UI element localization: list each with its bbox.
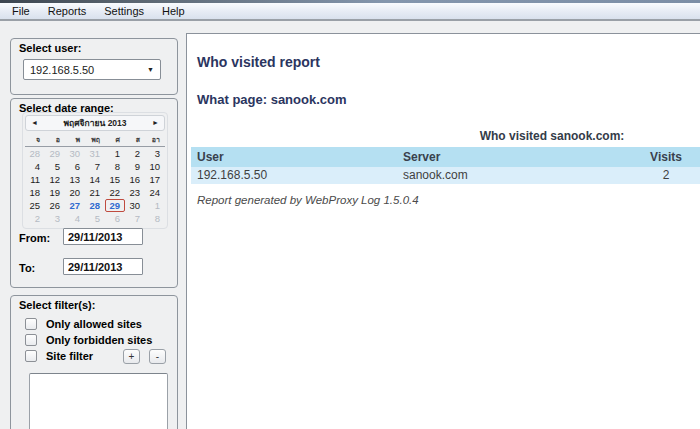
calendar-grid: 2829303112345678910111213141516171819202… xyxy=(25,147,165,225)
calendar-day-selected[interactable]: 29 xyxy=(105,199,125,212)
menu-item-file[interactable]: File xyxy=(3,4,39,18)
report-panel: Who visited report What page: sanook.com… xyxy=(186,33,700,429)
to-label: To: xyxy=(19,262,35,274)
select-user-group: Select user: 192.168.5.50 ▼ xyxy=(10,38,178,95)
calendar-dow-label: พ xyxy=(65,134,85,145)
select-filters-label: Select filter(s): xyxy=(19,299,95,311)
calendar-day[interactable]: 2 xyxy=(25,212,45,225)
calendar-day[interactable]: 7 xyxy=(85,160,105,173)
calendar-day[interactable]: 28 xyxy=(85,199,105,212)
calendar-day[interactable]: 20 xyxy=(65,186,85,199)
calendar-day[interactable]: 8 xyxy=(145,212,165,225)
prev-month-icon[interactable]: ◄ xyxy=(31,116,38,130)
report-table-header-row: UserServerVisits xyxy=(191,147,700,167)
calendar-day[interactable]: 28 xyxy=(25,147,45,160)
calendar-dow-label: อ xyxy=(45,134,65,145)
menu-item-help[interactable]: Help xyxy=(153,4,194,18)
calendar-day[interactable]: 13 xyxy=(65,173,85,186)
calendar-day[interactable]: 1 xyxy=(105,147,125,160)
checkbox-label: Only forbidden sites xyxy=(46,334,152,346)
calendar-day[interactable]: 26 xyxy=(45,199,65,212)
calendar-day[interactable]: 11 xyxy=(25,173,45,186)
filter-row: Site filter xyxy=(25,349,93,362)
select-date-range-group: Select date range: ◄ พฤศจิกายน 2013 ► จอ… xyxy=(10,98,178,288)
checkbox-label: Site filter xyxy=(46,350,93,362)
filter-row: Only forbidden sites xyxy=(25,333,152,346)
calendar-day[interactable]: 18 xyxy=(25,186,45,199)
calendar-day[interactable]: 9 xyxy=(125,160,145,173)
report-table-caption: Who visited sanook.com: xyxy=(197,129,700,143)
calendar-day[interactable]: 12 xyxy=(45,173,65,186)
calendar: ◄ พฤศจิกายน 2013 ► จอพพฤศสอา 28293031123… xyxy=(22,112,168,229)
report-col-header: Visits xyxy=(646,147,686,167)
report-col-header: User xyxy=(197,147,224,167)
calendar-day[interactable]: 29 xyxy=(45,147,65,160)
calendar-day[interactable]: 24 xyxy=(145,186,165,199)
calendar-day[interactable]: 2 xyxy=(125,147,145,160)
calendar-dow-label: อา xyxy=(145,134,165,145)
menu-bar: FileReportsSettingsHelp xyxy=(0,3,700,21)
menu-item-settings[interactable]: Settings xyxy=(95,4,153,18)
next-month-icon[interactable]: ► xyxy=(152,116,159,130)
report-cell: sanook.com xyxy=(403,167,468,184)
calendar-day[interactable]: 10 xyxy=(145,160,165,173)
calendar-day[interactable]: 5 xyxy=(85,212,105,225)
checkbox-label: Only allowed sites xyxy=(46,318,142,330)
calendar-day[interactable]: 3 xyxy=(45,212,65,225)
report-title: Who visited report xyxy=(197,54,320,70)
calendar-day[interactable]: 21 xyxy=(85,186,105,199)
calendar-day[interactable]: 1 xyxy=(145,199,165,212)
report-col-header: Server xyxy=(403,147,440,167)
site-filter-remove-button[interactable]: - xyxy=(149,349,166,364)
select-filters-group: Select filter(s): Only allowed sitesOnly… xyxy=(10,295,178,429)
from-date-input[interactable] xyxy=(63,228,143,245)
calendar-dow-label: ศ xyxy=(105,134,125,145)
calendar-day[interactable]: 5 xyxy=(45,160,65,173)
calendar-day[interactable]: 4 xyxy=(65,212,85,225)
calendar-header: ◄ พฤศจิกายน 2013 ► xyxy=(25,115,165,131)
calendar-day[interactable]: 6 xyxy=(105,212,125,225)
filter-row: Only allowed sites xyxy=(25,317,142,330)
calendar-day[interactable]: 16 xyxy=(125,173,145,186)
checkbox-only-allowed-sites[interactable] xyxy=(25,318,37,330)
checkbox-site-filter[interactable] xyxy=(25,350,37,362)
calendar-day[interactable]: 17 xyxy=(145,173,165,186)
user-select[interactable]: 192.168.5.50 ▼ xyxy=(23,59,161,80)
calendar-day[interactable]: 27 xyxy=(65,199,85,212)
calendar-day[interactable]: 31 xyxy=(85,147,105,160)
calendar-dow-label: ส xyxy=(125,134,145,145)
to-date-input[interactable] xyxy=(63,258,143,275)
calendar-day[interactable]: 22 xyxy=(105,186,125,199)
site-filter-add-button[interactable]: + xyxy=(123,349,140,364)
calendar-dow-label: พฤ xyxy=(85,134,105,145)
report-subtitle: What page: sanook.com xyxy=(197,92,347,107)
calendar-day-headers: จอพพฤศสอา xyxy=(25,134,165,147)
app-window: FileReportsSettingsHelp Select user: 192… xyxy=(0,0,700,429)
report-table-row: 192.168.5.50sanook.com2 xyxy=(191,167,700,184)
calendar-day[interactable]: 19 xyxy=(45,186,65,199)
calendar-day[interactable]: 7 xyxy=(125,212,145,225)
user-select-value: 192.168.5.50 xyxy=(30,64,94,76)
calendar-month-title: พฤศจิกายน 2013 xyxy=(63,116,126,130)
calendar-dow-label: จ xyxy=(25,134,45,145)
calendar-day[interactable]: 14 xyxy=(85,173,105,186)
calendar-day[interactable]: 23 xyxy=(125,186,145,199)
from-label: From: xyxy=(19,232,50,244)
calendar-day[interactable]: 3 xyxy=(145,147,165,160)
site-filter-list[interactable] xyxy=(29,373,168,429)
dropdown-arrow-icon: ▼ xyxy=(147,66,154,73)
report-cell: 2 xyxy=(646,167,686,184)
report-cell: 192.168.5.50 xyxy=(197,167,267,184)
select-user-label: Select user: xyxy=(19,42,81,54)
calendar-day[interactable]: 30 xyxy=(65,147,85,160)
calendar-day[interactable]: 6 xyxy=(65,160,85,173)
menu-item-reports[interactable]: Reports xyxy=(39,4,96,18)
calendar-day[interactable]: 30 xyxy=(125,199,145,212)
calendar-day[interactable]: 8 xyxy=(105,160,125,173)
checkbox-only-forbidden-sites[interactable] xyxy=(25,334,37,346)
calendar-day[interactable]: 4 xyxy=(25,160,45,173)
calendar-day[interactable]: 25 xyxy=(25,199,45,212)
calendar-day[interactable]: 15 xyxy=(105,173,125,186)
report-footer: Report generated by WebProxy Log 1.5.0.4 xyxy=(197,194,419,206)
